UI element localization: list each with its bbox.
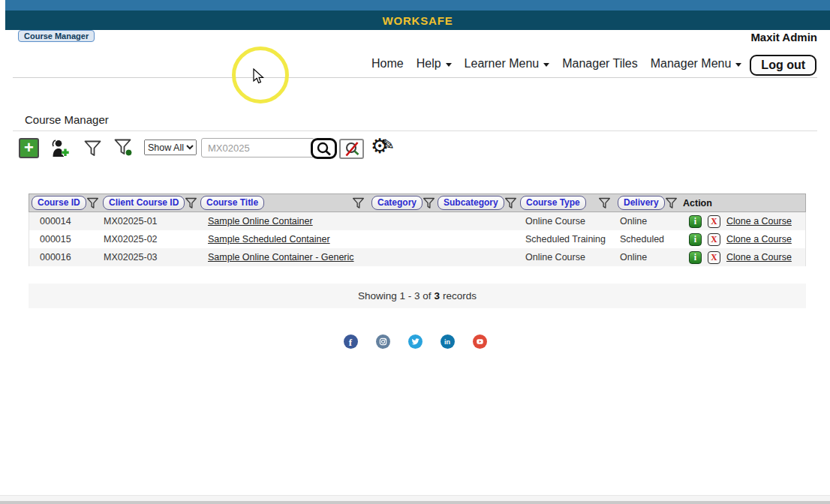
course-title-link[interactable]: Sample Online Container	[208, 216, 313, 226]
column-header-client-course-id[interactable]: Client Course ID	[103, 196, 185, 210]
course-title-link[interactable]: Sample Online Container - Generic	[208, 252, 354, 262]
title-divider	[13, 130, 817, 131]
column-header-course-id[interactable]: Course ID	[32, 196, 86, 210]
cell-subcategory	[435, 248, 518, 266]
table-row: 000016 MX02025-03 Sample Online Containe…	[29, 248, 805, 266]
column-header-action: Action	[683, 198, 712, 208]
course-table-body: 000014 MX02025-01 Sample Online Containe…	[29, 212, 806, 266]
info-icon[interactable]: i	[689, 251, 702, 264]
social-links: f in	[0, 334, 830, 349]
filter-icon-course-id[interactable]	[86, 196, 99, 210]
course-manager-tab[interactable]: Course Manager	[18, 30, 95, 42]
nav-manager-menu-label: Manager Menu	[651, 57, 732, 70]
cell-subcategory	[435, 230, 518, 248]
course-title-link[interactable]: Sample Scheduled Container	[208, 234, 330, 244]
filter-icon[interactable]	[83, 140, 102, 158]
info-icon[interactable]: i	[689, 215, 702, 228]
search-icon	[315, 141, 333, 156]
cell-course-type: Online Course	[518, 248, 615, 266]
column-action: Action	[677, 194, 805, 212]
cell-course-title: Sample Online Container - Generic	[198, 248, 369, 266]
cell-client-course-id: MX02025-03	[101, 248, 198, 266]
course-table-header: Course ID Client Course ID Course Title …	[29, 194, 806, 212]
nav-help[interactable]: Help	[417, 57, 452, 70]
cell-course-title: Sample Scheduled Container	[198, 230, 369, 248]
nav-help-label: Help	[417, 57, 441, 70]
chevron-down-icon	[446, 63, 452, 67]
header-divider	[13, 77, 817, 78]
add-course-button[interactable]: +	[19, 138, 39, 158]
clone-course-link[interactable]: Clone a Course	[726, 234, 792, 244]
nav-manager-tiles[interactable]: Manager Tiles	[562, 57, 638, 70]
clone-course-link[interactable]: Clone a Course	[726, 216, 792, 226]
cell-action: i X Clone a Course	[677, 248, 805, 266]
cell-delivery: Scheduled	[615, 230, 677, 248]
column-delivery: Delivery	[615, 194, 677, 212]
course-search-input[interactable]	[201, 138, 314, 158]
cell-client-course-id: MX02025-02	[101, 230, 198, 248]
cell-course-id: 000015	[29, 230, 101, 248]
nav-home[interactable]: Home	[371, 57, 404, 70]
column-header-delivery[interactable]: Delivery	[618, 196, 665, 210]
filter-icon-course-type[interactable]	[598, 196, 611, 210]
main-nav: Home Help Learner Menu Manager Tiles Man…	[371, 57, 741, 70]
column-client-course-id: Client Course ID	[101, 194, 198, 212]
info-icon[interactable]: i	[689, 233, 702, 246]
records-summary: Showing 1 - 3 of 3 records	[29, 284, 806, 308]
assign-user-icon[interactable]	[47, 138, 71, 160]
linkedin-icon[interactable]: in	[441, 334, 455, 349]
cell-course-type: Online Course	[518, 212, 615, 230]
records-filter-select[interactable]: Show All	[144, 140, 197, 155]
pencil-icon: ✎	[380, 135, 395, 154]
records-summary-suffix: records	[443, 290, 477, 302]
search-button[interactable]	[311, 138, 337, 159]
filter-icon-subcategory[interactable]	[504, 196, 517, 210]
filter-icon-delivery[interactable]	[665, 196, 678, 210]
brand-title: WORKSAFE	[383, 14, 453, 27]
filter-icon-course-title[interactable]	[352, 196, 365, 210]
facebook-icon[interactable]: f	[344, 334, 358, 349]
youtube-icon[interactable]	[473, 334, 487, 349]
column-category: Category	[369, 194, 435, 212]
cell-delivery: Online	[615, 248, 677, 266]
clear-search-button[interactable]	[339, 139, 364, 159]
table-row: 000015 MX02025-02 Sample Scheduled Conta…	[29, 230, 805, 248]
instagram-icon[interactable]	[376, 334, 390, 349]
chevron-down-icon	[543, 63, 549, 67]
brand-bar: WORKSAFE	[5, 10, 830, 30]
cell-course-title: Sample Online Container	[198, 212, 369, 230]
cell-course-id: 000014	[29, 212, 101, 230]
edit-settings-button[interactable]: ⚙ ✎	[371, 136, 401, 160]
column-header-course-type[interactable]: Course Type	[520, 196, 586, 210]
cell-client-course-id: MX02025-01	[101, 212, 198, 230]
column-header-course-title[interactable]: Course Title	[200, 196, 264, 210]
delete-x-icon[interactable]: X	[708, 251, 720, 264]
clear-filter-icon[interactable]	[113, 138, 134, 158]
cell-action: i X Clone a Course	[677, 212, 805, 230]
records-summary-prefix: Showing 1 - 3 of	[358, 290, 432, 302]
cell-course-type: Scheduled Training	[518, 230, 615, 248]
course-table: Course ID Client Course ID Course Title …	[29, 194, 806, 266]
nav-learner-menu[interactable]: Learner Menu	[465, 57, 550, 70]
twitter-icon[interactable]	[408, 334, 423, 349]
nav-manager-menu[interactable]: Manager Menu	[651, 57, 742, 70]
filter-icon-client-course-id[interactable]	[185, 196, 197, 210]
cell-delivery: Online	[615, 212, 677, 230]
column-header-category[interactable]: Category	[371, 196, 423, 210]
filter-icon-category[interactable]	[423, 196, 435, 210]
column-course-id: Course ID	[29, 194, 101, 212]
column-header-subcategory[interactable]: Subcategory	[438, 196, 504, 210]
clone-course-link[interactable]: Clone a Course	[726, 252, 792, 262]
cell-category	[369, 212, 435, 230]
logged-in-user: Maxit Admin	[750, 31, 817, 44]
delete-x-icon[interactable]: X	[708, 233, 720, 246]
delete-x-icon[interactable]: X	[708, 215, 720, 228]
nav-manager-tiles-label: Manager Tiles	[562, 57, 638, 70]
nav-learner-menu-label: Learner Menu	[465, 57, 540, 70]
logout-button[interactable]: Log out	[750, 55, 816, 76]
column-course-type: Course Type	[518, 194, 615, 212]
top-accent-bar	[5, 0, 830, 10]
column-course-title: Course Title	[198, 194, 369, 212]
records-summary-total: 3	[435, 290, 441, 302]
chevron-down-icon	[735, 63, 741, 67]
